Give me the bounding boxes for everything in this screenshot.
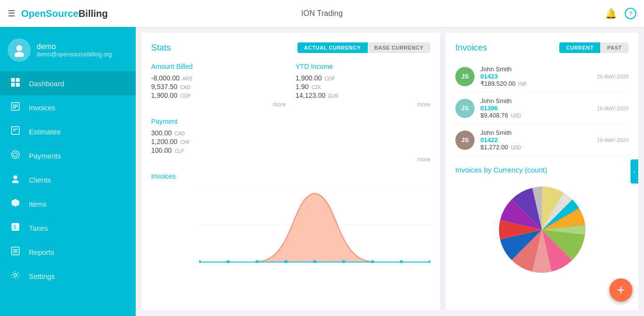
topbar: ☰ OpenSourceBilling ION Trading 🔔 ? <box>0 0 644 27</box>
stats-title: Stats <box>151 43 171 53</box>
invoice-id: 01396 <box>480 105 597 112</box>
stats-header: Stats ACTUAL CURRENCY BASE CURRENCY <box>151 42 430 53</box>
invoice-info: John Smith 01396 $9,408.76 USD <box>480 97 597 119</box>
svg-point-0 <box>16 45 22 51</box>
dashboard-label: Dashboard <box>29 79 64 88</box>
svg-point-38 <box>371 260 374 263</box>
svg-marker-17 <box>12 199 19 207</box>
invoice-item[interactable]: JS John Smith 01396 $9,408.76 USD 19-MAY… <box>455 92 629 124</box>
ytd-more[interactable]: more <box>296 101 430 108</box>
stat-item: 14,123.00 EUR <box>296 92 430 99</box>
invoice-item[interactable]: JS John Smith 01422 $1,272.00 USD 19-MAY… <box>455 124 629 156</box>
stat-item: 1,900.00 COP <box>296 74 430 82</box>
fab-button[interactable]: + <box>609 278 632 302</box>
svg-point-16 <box>12 180 19 183</box>
reports-label: Reports <box>29 248 54 256</box>
svg-point-33 <box>226 260 230 263</box>
invoice-info: John Smith 01422 $1,272.00 USD <box>480 129 597 151</box>
pie-wrapper <box>455 182 629 278</box>
logo-prefix: OpenSource <box>21 8 78 19</box>
content-area: Stats ACTUAL CURRENCY BASE CURRENCY Amou… <box>136 27 644 316</box>
stat-item: 300.00 CAD <box>151 129 430 137</box>
svg-point-24 <box>14 274 17 276</box>
invoice-name: John Smith <box>480 66 597 73</box>
estimates-icon <box>10 126 21 137</box>
profile-name: demo <box>37 42 112 51</box>
profile-info: demo demo@opensourcebilling.org <box>37 42 112 58</box>
items-icon <box>10 198 21 209</box>
svg-text:$: $ <box>13 224 16 230</box>
menu-icon[interactable]: ☰ <box>8 8 15 19</box>
taxes-icon: $ <box>10 223 21 233</box>
sidebar-item-settings[interactable]: Settings <box>0 264 136 288</box>
estimates-label: Estimates <box>29 128 61 136</box>
invoice-amount: $9,408.76 USD <box>480 112 597 119</box>
base-currency-button[interactable]: BASE CURRENCY <box>368 42 430 53</box>
invoice-amount: $1,272.00 USD <box>480 144 597 151</box>
svg-point-32 <box>199 260 201 263</box>
amount-billed-more[interactable]: more <box>151 101 286 108</box>
sidebar-item-estimates[interactable]: Estimates <box>0 119 136 144</box>
payment-label: Payment <box>151 118 430 125</box>
dashboard-icon <box>10 78 21 89</box>
stat-item: 9,537.50 CAD <box>151 83 286 91</box>
stat-item: 1,200.00 CHF <box>151 138 430 145</box>
topbar-icons: 🔔 ? <box>605 8 636 19</box>
pie-title: Invoices by Currency (count) <box>455 166 629 174</box>
sidebar-item-payments[interactable]: Payments <box>0 144 136 168</box>
current-tab-button[interactable]: CURRENT <box>559 42 600 53</box>
invoice-name: John Smith <box>480 97 597 105</box>
invoices-panel-title: Invoices <box>455 43 487 53</box>
clients-label: Clients <box>29 176 51 184</box>
invoices-chart-svg: 200000000 100000000 0 <box>199 186 430 263</box>
payments-icon <box>10 150 21 161</box>
page-title: ION Trading <box>301 9 343 18</box>
reports-icon <box>10 247 21 257</box>
sidebar-item-items[interactable]: Items <box>0 192 136 216</box>
notification-icon[interactable]: 🔔 <box>605 8 617 19</box>
right-collapse-bar[interactable]: ‹ <box>631 159 638 184</box>
stat-item: 1.90 CZK <box>296 83 430 91</box>
main-layout: demo demo@opensourcebilling.org Dashboar… <box>0 27 644 316</box>
invoice-date: 19-MAY-2020 <box>597 105 629 111</box>
past-tab-button[interactable]: PAST <box>600 42 629 53</box>
sidebar-item-reports[interactable]: Reports <box>0 240 136 264</box>
sidebar-item-taxes[interactable]: $ Taxes <box>0 216 136 240</box>
currency-toggle: ACTUAL CURRENCY BASE CURRENCY <box>297 42 430 53</box>
sidebar-nav: Dashboard Invoices Estimates Payments <box>0 71 136 288</box>
svg-point-15 <box>13 175 17 179</box>
invoice-item[interactable]: JS John Smith 01423 ₹189,520.00 INR 29-M… <box>455 61 629 92</box>
invoice-date: 19-MAY-2020 <box>597 137 629 143</box>
invoices-label: Invoices <box>29 104 55 112</box>
ytd-income-section: YTD Income 1,900.00 COP 1.90 CZK 14,123.… <box>296 63 430 108</box>
svg-point-40 <box>428 260 430 263</box>
avatar <box>8 39 31 62</box>
svg-point-13 <box>12 151 19 158</box>
svg-rect-5 <box>16 83 20 87</box>
actual-currency-button[interactable]: ACTUAL CURRENCY <box>297 42 368 53</box>
stat-item: 100.00 CLP <box>151 146 430 154</box>
svg-rect-2 <box>11 78 15 82</box>
help-icon[interactable]: ? <box>625 8 636 19</box>
invoices-panel: Invoices CURRENT PAST JS John Smith 0142… <box>446 33 638 310</box>
sidebar-item-invoices[interactable]: Invoices <box>0 95 136 119</box>
svg-point-39 <box>399 260 403 263</box>
invoice-id: 01423 <box>480 73 597 80</box>
invoice-avatar: JS <box>455 67 475 86</box>
invoice-id: 01422 <box>480 136 597 144</box>
invoices-chart-section: Invoices 200000000 100000000 0 <box>151 172 430 263</box>
stats-grid: Amount Billed -8,000.00 ARS 9,537.50 CAD… <box>151 63 430 108</box>
sidebar-item-clients[interactable]: Clients <box>0 168 136 192</box>
sidebar: demo demo@opensourcebilling.org Dashboar… <box>0 27 136 316</box>
profile-email: demo@opensourcebilling.org <box>37 51 112 58</box>
settings-label: Settings <box>29 272 55 280</box>
invoice-avatar: JS <box>455 99 475 118</box>
sidebar-item-dashboard[interactable]: Dashboard <box>0 71 136 95</box>
svg-rect-4 <box>11 83 15 87</box>
invoices-icon <box>10 102 21 113</box>
invoices-tab-toggle: CURRENT PAST <box>559 42 629 53</box>
svg-point-1 <box>14 52 24 57</box>
payment-more[interactable]: more <box>151 156 430 163</box>
settings-icon <box>10 271 21 281</box>
logo-suffix: Billing <box>78 8 108 19</box>
